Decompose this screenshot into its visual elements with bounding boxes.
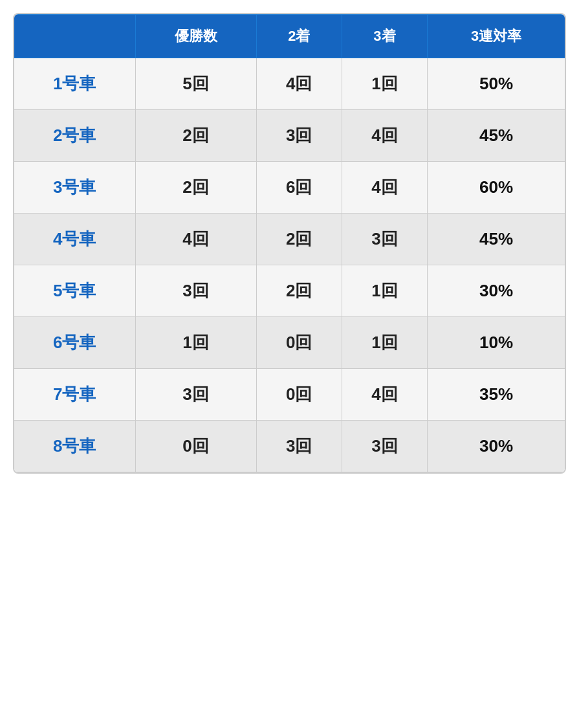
row-label: 2号車 [14, 110, 135, 162]
row-third: 3回 [342, 214, 427, 265]
table-row: 7号車3回0回4回35% [14, 369, 565, 421]
row-wins: 2回 [135, 162, 256, 214]
table-row: 5号車3回2回1回30% [14, 265, 565, 317]
header-third: 3着 [342, 15, 427, 58]
row-wins: 2回 [135, 110, 256, 162]
row-second: 0回 [256, 317, 342, 369]
table-row: 1号車5回4回1回50% [14, 58, 565, 110]
row-second: 3回 [256, 421, 342, 472]
row-rate: 45% [428, 214, 565, 265]
header-wins: 優勝数 [135, 15, 256, 58]
table-header-row: 優勝数 2着 3着 3連対率 [14, 15, 565, 58]
row-label: 8号車 [14, 421, 135, 472]
row-rate: 45% [428, 110, 565, 162]
stats-table: 優勝数 2着 3着 3連対率 1号車5回4回1回50%2号車2回3回4回45%3… [14, 14, 565, 472]
row-wins: 0回 [135, 421, 256, 472]
row-rate: 30% [428, 265, 565, 317]
header-second: 2着 [256, 15, 342, 58]
row-second: 6回 [256, 162, 342, 214]
row-third: 1回 [342, 317, 427, 369]
row-label: 6号車 [14, 317, 135, 369]
row-rate: 30% [428, 421, 565, 472]
row-third: 4回 [342, 369, 427, 421]
stats-table-container: 優勝数 2着 3着 3連対率 1号車5回4回1回50%2号車2回3回4回45%3… [13, 13, 566, 474]
row-rate: 35% [428, 369, 565, 421]
table-row: 3号車2回6回4回60% [14, 162, 565, 214]
header-rate: 3連対率 [428, 15, 565, 58]
row-third: 3回 [342, 421, 427, 472]
row-label: 4号車 [14, 214, 135, 265]
header-label [14, 15, 135, 58]
row-label: 7号車 [14, 369, 135, 421]
table-row: 2号車2回3回4回45% [14, 110, 565, 162]
row-rate: 50% [428, 58, 565, 110]
row-wins: 4回 [135, 214, 256, 265]
row-wins: 5回 [135, 58, 256, 110]
row-second: 3回 [256, 110, 342, 162]
row-third: 4回 [342, 110, 427, 162]
row-second: 0回 [256, 369, 342, 421]
table-row: 8号車0回3回3回30% [14, 421, 565, 472]
row-rate: 10% [428, 317, 565, 369]
row-label: 1号車 [14, 58, 135, 110]
row-third: 1回 [342, 265, 427, 317]
row-wins: 3回 [135, 265, 256, 317]
row-wins: 1回 [135, 317, 256, 369]
row-second: 2回 [256, 265, 342, 317]
row-third: 1回 [342, 58, 427, 110]
row-wins: 3回 [135, 369, 256, 421]
row-second: 2回 [256, 214, 342, 265]
row-rate: 60% [428, 162, 565, 214]
table-row: 4号車4回2回3回45% [14, 214, 565, 265]
row-second: 4回 [256, 58, 342, 110]
table-row: 6号車1回0回1回10% [14, 317, 565, 369]
row-label: 3号車 [14, 162, 135, 214]
row-label: 5号車 [14, 265, 135, 317]
row-third: 4回 [342, 162, 427, 214]
